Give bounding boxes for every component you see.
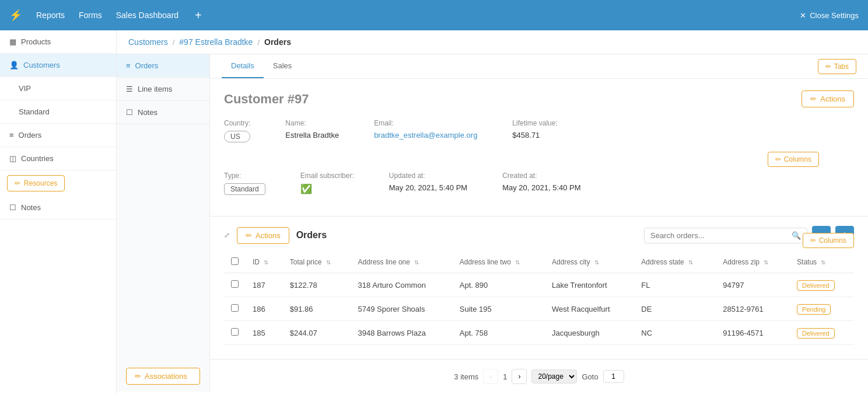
prev-page-button[interactable]: ‹ xyxy=(483,369,498,384)
breadcrumb-customer-name[interactable]: #97 Estrella Bradtke xyxy=(179,37,253,47)
customers-icon: 👤 xyxy=(9,61,19,69)
row-checkbox-2 xyxy=(224,321,246,345)
created-label: Created at: xyxy=(502,172,580,180)
goto-input[interactable] xyxy=(603,370,624,383)
pencil-icon-columns-orders: ✏ xyxy=(810,236,816,245)
type-field: Type: Standard xyxy=(224,172,265,195)
col-totalprice-label: Total price xyxy=(290,258,322,266)
col-city-label: Address city xyxy=(552,258,590,266)
lifetime-field: Lifetime value: $458.71 xyxy=(512,119,557,142)
col-status-label: Status xyxy=(797,258,817,266)
updated-label: Updated at: xyxy=(389,172,467,180)
secondary-nav-notes[interactable]: ☐ Notes xyxy=(117,101,209,124)
country-value: US xyxy=(224,131,250,142)
sidebar-item-orders[interactable]: ≡ Orders xyxy=(0,124,116,147)
row-select-0[interactable] xyxy=(231,280,239,288)
th-id[interactable]: ID ⇅ xyxy=(246,252,283,273)
select-all-checkbox[interactable] xyxy=(231,257,239,265)
row-select-1[interactable] xyxy=(231,304,239,312)
search-icon: 🔍 xyxy=(792,231,801,240)
breadcrumb: Customers / #97 Estrella Bradtke / Order… xyxy=(117,30,868,54)
sort-addr1-icon: ⇅ xyxy=(414,259,419,266)
columns-button-customer[interactable]: ✏ Columns xyxy=(768,152,819,167)
cell-zip-0: 94797 xyxy=(716,273,790,297)
nav-reports[interactable]: Reports xyxy=(36,11,65,20)
tabs-button[interactable]: ✏ Tabs xyxy=(818,59,856,74)
sidebar-label-notes: Notes xyxy=(21,203,41,212)
close-settings-label: Close Settings xyxy=(810,11,859,20)
tab-sales[interactable]: Sales xyxy=(264,54,302,78)
cell-city-2: Jacquesburgh xyxy=(545,321,634,345)
secondary-nav-line-items[interactable]: ☰ Line items xyxy=(117,78,209,101)
sidebar-item-notes[interactable]: ☐ Notes xyxy=(0,196,116,219)
resources-button[interactable]: ✏ Resources xyxy=(7,175,65,191)
sidebar-item-vip[interactable]: VIP xyxy=(0,77,116,100)
cell-status-1: Pending xyxy=(790,297,854,321)
associations-button[interactable]: ✏ Associations xyxy=(126,368,200,385)
sidebar-item-customers[interactable]: 👤 Customers xyxy=(0,54,116,77)
close-settings-button[interactable]: ✕ Close Settings xyxy=(800,11,859,20)
th-total-price[interactable]: Total price ⇅ xyxy=(283,252,351,273)
notes-icon: ☐ xyxy=(9,203,16,212)
email-field: Email: bradtke_estrella@example.org xyxy=(374,119,477,142)
sort-state-icon: ⇅ xyxy=(688,259,693,266)
updated-field: Updated at: May 20, 2021, 5:40 PM xyxy=(389,172,467,195)
type-value: Standard xyxy=(224,183,265,195)
columns-orders-label: Columns xyxy=(819,236,846,245)
pencil-icon-assoc: ✏ xyxy=(135,372,141,381)
sidebar: ▦ Products 👤 Customers VIP Standard ≡ Or… xyxy=(0,30,117,394)
row-checkbox-0 xyxy=(224,273,246,297)
secondary-lineitems-label: Line items xyxy=(138,85,172,93)
tab-details[interactable]: Details xyxy=(222,54,264,78)
table-row: 187 $122.78 318 Arturo Common Apt. 890 L… xyxy=(224,273,854,297)
pagination: 3 items ‹ 1 › 20/page Goto xyxy=(210,359,868,392)
breadcrumb-current: Orders xyxy=(264,37,291,47)
per-page-select[interactable]: 20/page xyxy=(531,369,577,383)
search-input[interactable] xyxy=(650,231,788,240)
sidebar-item-countries[interactable]: ◫ Countries xyxy=(0,147,116,170)
customer-fields-row2: Type: Standard Email subscriber: ✅ Updat… xyxy=(224,172,854,195)
created-field: Created at: May 20, 2021, 5:40 PM xyxy=(502,172,580,195)
th-address-city[interactable]: Address city ⇅ xyxy=(545,252,634,273)
secondary-notes-icon: ☐ xyxy=(126,108,133,117)
columns-button-orders[interactable]: ✏ Columns xyxy=(803,233,854,248)
orders-icon: ≡ xyxy=(9,131,14,140)
sidebar-item-products[interactable]: ▦ Products xyxy=(0,30,116,54)
th-status[interactable]: Status ⇅ xyxy=(790,252,854,273)
next-page-button[interactable]: › xyxy=(512,369,527,384)
breadcrumb-customers[interactable]: Customers xyxy=(128,37,168,47)
table-row: 185 $244.07 3948 Barrows Plaza Apt. 758 … xyxy=(224,321,854,345)
row-select-2[interactable] xyxy=(231,328,239,336)
cell-status-0: Delivered xyxy=(790,273,854,297)
status-badge-0: Delivered xyxy=(797,280,834,291)
email-subscriber-field: Email subscriber: ✅ xyxy=(300,172,354,195)
nav-sales-dashboard[interactable]: Sales Dashboard xyxy=(116,11,178,20)
lifetime-value: $458.71 xyxy=(512,131,557,140)
email-value[interactable]: bradtke_estrella@example.org xyxy=(374,131,477,140)
status-badge-2: Delivered xyxy=(797,328,834,339)
th-address-state[interactable]: Address state ⇅ xyxy=(634,252,716,273)
cell-id-2: 185 xyxy=(246,321,283,345)
th-address-line-one[interactable]: Address line one ⇅ xyxy=(351,252,453,273)
cell-totalprice-2: $244.07 xyxy=(283,321,351,345)
th-address-line-two[interactable]: Address line two ⇅ xyxy=(453,252,545,273)
cell-city-0: Lake Trentonfort xyxy=(545,273,634,297)
nav-forms[interactable]: Forms xyxy=(79,11,102,20)
countries-icon: ◫ xyxy=(9,154,16,163)
secondary-nav-orders[interactable]: ≡ Orders xyxy=(117,54,209,78)
goto-label: Goto xyxy=(582,372,598,381)
sidebar-label-countries: Countries xyxy=(21,154,54,163)
content-area: Customers / #97 Estrella Bradtke / Order… xyxy=(117,30,868,394)
sidebar-item-standard[interactable]: Standard xyxy=(0,100,116,124)
cell-addr1-1: 5749 Sporer Shoals xyxy=(351,297,453,321)
nav-add-button[interactable]: + xyxy=(195,9,202,22)
customer-fields-row1: Country: US Name: Estrella Bradtke Email… xyxy=(224,119,854,142)
search-box: 🔍 xyxy=(644,228,807,243)
orders-actions-button[interactable]: ✏ Actions xyxy=(237,227,289,244)
breadcrumb-sep-1: / xyxy=(173,38,175,47)
created-value: May 20, 2021, 5:40 PM xyxy=(502,183,580,192)
th-address-zip[interactable]: Address zip ⇅ xyxy=(716,252,790,273)
col-state-label: Address state xyxy=(641,258,684,266)
customer-header: Customer #97 ✏ Actions xyxy=(224,90,854,107)
customer-actions-button[interactable]: ✏ Actions xyxy=(802,90,854,107)
